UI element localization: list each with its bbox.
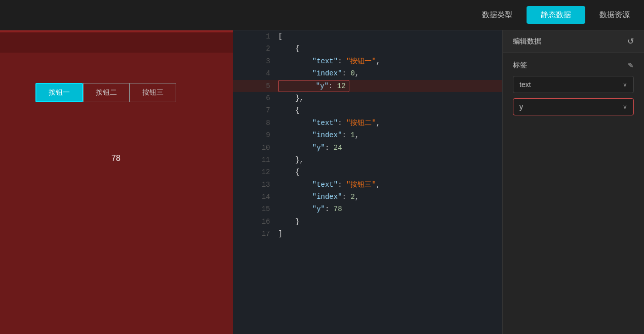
code-scroll[interactable]: 1[2 {3 "text": "按钮一",4 "index": 0,5 "y":… — [233, 30, 502, 334]
line-code: { — [278, 104, 502, 116]
edit-icon[interactable]: ✎ — [628, 61, 634, 69]
line-code: "text": "按钮三", — [278, 179, 502, 191]
line-number: 6 — [233, 92, 278, 104]
y-dropdown-arrow: ∨ — [623, 103, 627, 110]
code-editor: 1[2 {3 "text": "按钮一",4 "index": 0,5 "y":… — [233, 30, 502, 334]
edit-data-label: 编辑数据 — [513, 37, 541, 46]
canvas-number: 78 — [111, 154, 120, 163]
line-number: 8 — [233, 117, 278, 129]
canvas-content: 按钮一 按钮二 按钮三 78 — [0, 53, 233, 334]
tag-label: 标签 — [513, 61, 527, 70]
top-tabs: 数据类型 静态数据 数据资源 — [468, 6, 644, 24]
code-table: 1[2 {3 "text": "按钮一",4 "index": 0,5 "y":… — [233, 30, 502, 240]
line-number: 12 — [233, 166, 278, 178]
line-code: } — [278, 216, 502, 228]
line-code: "text": "按钮一", — [278, 55, 502, 67]
line-number: 3 — [233, 55, 278, 67]
line-code: [ — [278, 30, 502, 43]
y-dropdown[interactable]: y ∨ — [513, 98, 634, 115]
line-code: "index": 2, — [278, 191, 502, 203]
tab-static-data[interactable]: 静态数据 — [527, 6, 585, 24]
line-code: "y": 78 — [278, 203, 502, 215]
section-header: 标签 ✎ — [513, 61, 634, 70]
line-code: "index": 0, — [278, 67, 502, 79]
line-code: "index": 1, — [278, 129, 502, 141]
line-number: 5 — [233, 80, 278, 92]
line-number: 2 — [233, 43, 278, 55]
line-code: ] — [278, 228, 502, 240]
line-code: "text": "按钮二", — [278, 117, 502, 129]
right-panel: 编辑数据 ↺ 标签 ✎ text ∨ y ∨ — [502, 30, 644, 334]
right-panel-header: 编辑数据 ↺ — [503, 30, 644, 53]
line-number: 17 — [233, 228, 278, 240]
line-number: 16 — [233, 216, 278, 228]
top-bar: 数据类型 静态数据 数据资源 — [0, 0, 644, 30]
text-dropdown[interactable]: text ∨ — [513, 76, 634, 93]
y-dropdown-value: y — [519, 103, 523, 111]
line-code: { — [278, 166, 502, 178]
line-number: 1 — [233, 30, 278, 43]
main-content: 按钮一 按钮二 按钮三 78 1[2 {3 "text": "按钮一",4 "i… — [0, 30, 644, 334]
line-number: 14 — [233, 191, 278, 203]
line-code: "y": 24 — [278, 142, 502, 154]
tab-data-source[interactable]: 数据资源 — [585, 6, 644, 24]
button-three[interactable]: 按钮三 — [130, 83, 176, 102]
line-code: }, — [278, 92, 502, 104]
line-code: "y": 12 — [278, 80, 349, 92]
canvas-top-bar — [0, 32, 233, 53]
text-dropdown-arrow: ∨ — [623, 81, 627, 88]
button-group: 按钮一 按钮二 按钮三 — [35, 83, 176, 102]
tab-data-type[interactable]: 数据类型 — [468, 6, 527, 24]
right-panel-section: 标签 ✎ text ∨ y ∨ — [503, 53, 644, 129]
line-number: 9 — [233, 129, 278, 141]
button-two[interactable]: 按钮二 — [83, 83, 130, 102]
line-code: }, — [278, 154, 502, 166]
line-number: 4 — [233, 67, 278, 79]
button-one[interactable]: 按钮一 — [35, 83, 83, 102]
line-number: 15 — [233, 203, 278, 215]
line-number: 10 — [233, 142, 278, 154]
canvas-area: 按钮一 按钮二 按钮三 78 — [0, 30, 233, 334]
reset-icon[interactable]: ↺ — [627, 36, 634, 46]
line-code: { — [278, 43, 502, 55]
line-number: 7 — [233, 104, 278, 116]
line-number: 13 — [233, 179, 278, 191]
text-dropdown-value: text — [519, 80, 531, 89]
line-number: 11 — [233, 154, 278, 166]
